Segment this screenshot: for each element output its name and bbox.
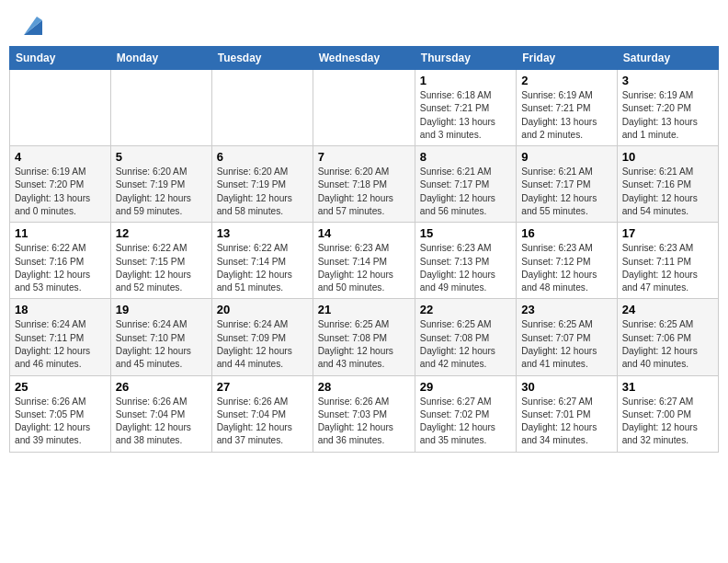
day-number: 16 bbox=[521, 226, 611, 240]
day-number: 4 bbox=[15, 150, 106, 164]
day-info: Sunrise: 6:26 AM Sunset: 7:04 PM Dayligh… bbox=[116, 396, 207, 448]
page-header bbox=[9, 9, 719, 39]
calendar-week-5: 25Sunrise: 6:26 AM Sunset: 7:05 PM Dayli… bbox=[10, 375, 719, 452]
calendar-cell: 22Sunrise: 6:25 AM Sunset: 7:08 PM Dayli… bbox=[415, 299, 516, 375]
calendar-cell: 19Sunrise: 6:24 AM Sunset: 7:10 PM Dayli… bbox=[110, 299, 211, 375]
calendar-cell: 4Sunrise: 6:19 AM Sunset: 7:20 PM Daylig… bbox=[10, 146, 111, 223]
day-info: Sunrise: 6:21 AM Sunset: 7:17 PM Dayligh… bbox=[521, 166, 611, 218]
calendar-cell: 28Sunrise: 6:26 AM Sunset: 7:03 PM Dayli… bbox=[313, 375, 415, 452]
day-number: 28 bbox=[318, 380, 410, 394]
calendar-cell: 23Sunrise: 6:25 AM Sunset: 7:07 PM Dayli… bbox=[517, 299, 617, 375]
calendar-cell: 8Sunrise: 6:21 AM Sunset: 7:17 PM Daylig… bbox=[415, 146, 516, 223]
day-info: Sunrise: 6:20 AM Sunset: 7:18 PM Dayligh… bbox=[318, 166, 410, 218]
day-header-wednesday: Wednesday bbox=[313, 47, 415, 70]
calendar-cell: 29Sunrise: 6:27 AM Sunset: 7:02 PM Dayli… bbox=[415, 375, 516, 452]
day-number: 24 bbox=[622, 303, 713, 316]
calendar-cell: 1Sunrise: 6:18 AM Sunset: 7:21 PM Daylig… bbox=[415, 70, 516, 146]
day-header-monday: Monday bbox=[110, 47, 211, 70]
day-info: Sunrise: 6:25 AM Sunset: 7:07 PM Dayligh… bbox=[521, 318, 611, 371]
day-number: 1 bbox=[420, 74, 511, 87]
day-info: Sunrise: 6:20 AM Sunset: 7:19 PM Dayligh… bbox=[116, 166, 207, 218]
calendar-cell: 5Sunrise: 6:20 AM Sunset: 7:19 PM Daylig… bbox=[110, 146, 211, 223]
day-info: Sunrise: 6:19 AM Sunset: 7:20 PM Dayligh… bbox=[15, 166, 106, 218]
day-header-friday: Friday bbox=[517, 47, 617, 70]
calendar-cell: 11Sunrise: 6:22 AM Sunset: 7:16 PM Dayli… bbox=[10, 223, 111, 299]
calendar-cell: 10Sunrise: 6:21 AM Sunset: 7:16 PM Dayli… bbox=[617, 146, 718, 223]
logo-icon bbox=[17, 9, 46, 39]
day-number: 20 bbox=[217, 303, 308, 316]
day-number: 26 bbox=[116, 380, 207, 394]
calendar-cell: 13Sunrise: 6:22 AM Sunset: 7:14 PM Dayli… bbox=[211, 223, 313, 299]
day-number: 10 bbox=[622, 150, 713, 164]
day-info: Sunrise: 6:26 AM Sunset: 7:04 PM Dayligh… bbox=[217, 396, 308, 448]
calendar-cell: 15Sunrise: 6:23 AM Sunset: 7:13 PM Dayli… bbox=[415, 223, 516, 299]
day-info: Sunrise: 6:27 AM Sunset: 7:01 PM Dayligh… bbox=[521, 396, 611, 448]
calendar-header: SundayMondayTuesdayWednesdayThursdayFrid… bbox=[10, 47, 719, 70]
day-info: Sunrise: 6:27 AM Sunset: 7:02 PM Dayligh… bbox=[420, 396, 511, 448]
day-number: 18 bbox=[15, 303, 106, 316]
calendar-cell bbox=[313, 70, 415, 146]
day-number: 29 bbox=[420, 380, 511, 394]
day-info: Sunrise: 6:19 AM Sunset: 7:20 PM Dayligh… bbox=[622, 89, 713, 142]
day-info: Sunrise: 6:23 AM Sunset: 7:14 PM Dayligh… bbox=[318, 242, 410, 294]
day-number: 9 bbox=[521, 150, 611, 164]
day-number: 23 bbox=[521, 303, 611, 316]
day-number: 21 bbox=[318, 303, 410, 316]
day-info: Sunrise: 6:25 AM Sunset: 7:06 PM Dayligh… bbox=[622, 318, 713, 371]
calendar-week-3: 11Sunrise: 6:22 AM Sunset: 7:16 PM Dayli… bbox=[10, 223, 719, 299]
calendar-cell: 12Sunrise: 6:22 AM Sunset: 7:15 PM Dayli… bbox=[110, 223, 211, 299]
calendar-week-4: 18Sunrise: 6:24 AM Sunset: 7:11 PM Dayli… bbox=[10, 299, 719, 375]
calendar-body: 1Sunrise: 6:18 AM Sunset: 7:21 PM Daylig… bbox=[10, 70, 719, 453]
calendar-cell: 21Sunrise: 6:25 AM Sunset: 7:08 PM Dayli… bbox=[313, 299, 415, 375]
day-info: Sunrise: 6:20 AM Sunset: 7:19 PM Dayligh… bbox=[217, 166, 308, 218]
calendar-cell bbox=[211, 70, 313, 146]
day-header-saturday: Saturday bbox=[617, 47, 718, 70]
calendar-week-2: 4Sunrise: 6:19 AM Sunset: 7:20 PM Daylig… bbox=[10, 146, 719, 223]
day-number: 13 bbox=[217, 226, 308, 240]
day-number: 11 bbox=[15, 226, 106, 240]
day-number: 27 bbox=[217, 380, 308, 394]
logo bbox=[13, 9, 46, 39]
calendar-cell: 24Sunrise: 6:25 AM Sunset: 7:06 PM Dayli… bbox=[617, 299, 718, 375]
day-number: 2 bbox=[521, 74, 611, 87]
day-info: Sunrise: 6:21 AM Sunset: 7:17 PM Dayligh… bbox=[420, 166, 511, 218]
calendar-week-1: 1Sunrise: 6:18 AM Sunset: 7:21 PM Daylig… bbox=[10, 70, 719, 146]
calendar-table: SundayMondayTuesdayWednesdayThursdayFrid… bbox=[9, 46, 719, 453]
calendar-cell: 30Sunrise: 6:27 AM Sunset: 7:01 PM Dayli… bbox=[517, 375, 617, 452]
day-info: Sunrise: 6:22 AM Sunset: 7:14 PM Dayligh… bbox=[217, 242, 308, 294]
day-number: 3 bbox=[622, 74, 713, 87]
day-header-sunday: Sunday bbox=[10, 47, 111, 70]
day-info: Sunrise: 6:24 AM Sunset: 7:11 PM Dayligh… bbox=[15, 318, 106, 371]
calendar-cell: 16Sunrise: 6:23 AM Sunset: 7:12 PM Dayli… bbox=[517, 223, 617, 299]
day-info: Sunrise: 6:25 AM Sunset: 7:08 PM Dayligh… bbox=[420, 318, 511, 371]
calendar-cell: 17Sunrise: 6:23 AM Sunset: 7:11 PM Dayli… bbox=[617, 223, 718, 299]
calendar-cell: 27Sunrise: 6:26 AM Sunset: 7:04 PM Dayli… bbox=[211, 375, 313, 452]
day-number: 15 bbox=[420, 226, 511, 240]
calendar-cell: 6Sunrise: 6:20 AM Sunset: 7:19 PM Daylig… bbox=[211, 146, 313, 223]
day-info: Sunrise: 6:18 AM Sunset: 7:21 PM Dayligh… bbox=[420, 89, 511, 142]
day-info: Sunrise: 6:26 AM Sunset: 7:03 PM Dayligh… bbox=[318, 396, 410, 448]
calendar-cell: 3Sunrise: 6:19 AM Sunset: 7:20 PM Daylig… bbox=[617, 70, 718, 146]
day-number: 6 bbox=[217, 150, 308, 164]
calendar-cell: 18Sunrise: 6:24 AM Sunset: 7:11 PM Dayli… bbox=[10, 299, 111, 375]
header-row: SundayMondayTuesdayWednesdayThursdayFrid… bbox=[10, 47, 719, 70]
day-info: Sunrise: 6:23 AM Sunset: 7:12 PM Dayligh… bbox=[521, 242, 611, 294]
day-number: 25 bbox=[15, 380, 106, 394]
day-number: 14 bbox=[318, 226, 410, 240]
calendar-cell: 7Sunrise: 6:20 AM Sunset: 7:18 PM Daylig… bbox=[313, 146, 415, 223]
calendar-cell bbox=[10, 70, 111, 146]
calendar-cell: 9Sunrise: 6:21 AM Sunset: 7:17 PM Daylig… bbox=[517, 146, 617, 223]
day-number: 5 bbox=[116, 150, 207, 164]
day-header-thursday: Thursday bbox=[415, 47, 516, 70]
day-info: Sunrise: 6:26 AM Sunset: 7:05 PM Dayligh… bbox=[15, 396, 106, 448]
calendar-cell: 2Sunrise: 6:19 AM Sunset: 7:21 PM Daylig… bbox=[517, 70, 617, 146]
day-info: Sunrise: 6:19 AM Sunset: 7:21 PM Dayligh… bbox=[521, 89, 611, 142]
calendar-cell: 25Sunrise: 6:26 AM Sunset: 7:05 PM Dayli… bbox=[10, 375, 111, 452]
day-number: 30 bbox=[521, 380, 611, 394]
day-info: Sunrise: 6:25 AM Sunset: 7:08 PM Dayligh… bbox=[318, 318, 410, 371]
calendar-cell: 14Sunrise: 6:23 AM Sunset: 7:14 PM Dayli… bbox=[313, 223, 415, 299]
day-number: 12 bbox=[116, 226, 207, 240]
day-number: 22 bbox=[420, 303, 511, 316]
day-number: 31 bbox=[622, 380, 713, 394]
calendar-cell bbox=[110, 70, 211, 146]
